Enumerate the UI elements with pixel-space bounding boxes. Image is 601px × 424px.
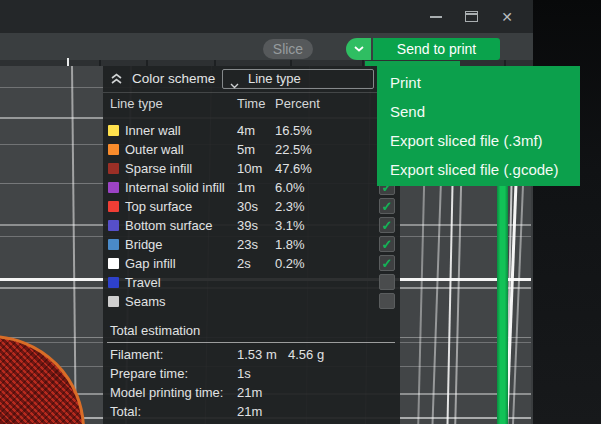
line-type-time: 23s xyxy=(237,235,258,254)
line-type-percent: 0.2% xyxy=(275,254,305,273)
line-type-color-swatch xyxy=(108,258,119,269)
total-estimation-rows: Filament:1.53 m4.56 gPrepare time:1sMode… xyxy=(103,345,400,421)
panel-header: Color scheme Line type xyxy=(103,66,400,93)
line-type-time: 4m xyxy=(237,121,255,140)
grid-line xyxy=(71,66,77,424)
line-type-row: Travel xyxy=(103,273,400,292)
close-icon: ✕ xyxy=(501,10,513,24)
line-type-color-swatch xyxy=(108,220,119,231)
total-row-label: Filament: xyxy=(110,345,163,364)
line-type-row: Inner wall4m16.5% xyxy=(103,121,400,140)
col-time: Time xyxy=(237,96,265,111)
line-type-percent: 1.8% xyxy=(275,235,305,254)
visibility-checkbox-travel[interactable] xyxy=(379,274,395,290)
line-type-percent: 22.5% xyxy=(275,140,312,159)
line-type-label: Bottom surface xyxy=(125,216,212,235)
send-to-print-dropdown-menu: PrintSendExport sliced file (.3mf)Export… xyxy=(377,66,580,186)
chevron-down-icon xyxy=(354,46,364,52)
line-type-time: 30s xyxy=(237,197,258,216)
line-type-percent: 2.3% xyxy=(275,197,305,216)
table-header: Line type Time Percent xyxy=(103,96,400,116)
visibility-checkbox-bridge[interactable]: ✓ xyxy=(379,236,395,252)
visibility-checkbox-top-surface[interactable]: ✓ xyxy=(379,198,395,214)
total-row: Model printing time:21m xyxy=(103,383,400,402)
menu-item-send[interactable]: Send xyxy=(377,97,580,126)
line-type-time: 10m xyxy=(237,159,262,178)
window-maximize-button[interactable] xyxy=(456,0,486,33)
total-row: Prepare time:1s xyxy=(103,364,400,383)
line-type-time: 1m xyxy=(237,178,255,197)
line-type-row: Bottom surface39s3.1% xyxy=(103,216,400,235)
col-percent: Percent xyxy=(275,96,320,111)
collapse-panel-icon[interactable] xyxy=(110,73,123,88)
line-type-label: Gap infill xyxy=(125,254,176,273)
chevron-down-icon xyxy=(230,77,239,92)
col-line-type: Line type xyxy=(110,96,163,111)
window-close-button[interactable]: ✕ xyxy=(492,0,522,33)
line-type-color-swatch xyxy=(108,296,119,307)
view-type-dropdown[interactable]: Line type xyxy=(222,69,374,89)
check-icon: ✓ xyxy=(382,257,393,270)
visibility-checkbox-gap-infill[interactable]: ✓ xyxy=(379,255,395,271)
send-to-print-button[interactable]: Send to print xyxy=(373,38,500,60)
sliced-model-preview[interactable] xyxy=(0,335,85,424)
line-type-label: Sparse infill xyxy=(125,159,192,178)
segment-divider xyxy=(214,60,216,66)
line-type-percent: 47.6% xyxy=(275,159,312,178)
app-window: Color scheme Line type Line type Time Pe… xyxy=(0,0,601,424)
window-minimize-button[interactable] xyxy=(421,0,451,33)
line-type-row: Outer wall5m22.5% xyxy=(103,140,400,159)
line-type-color-swatch xyxy=(108,277,119,288)
total-row-value: 1.53 m xyxy=(237,345,277,364)
line-type-label: Bridge xyxy=(125,235,163,254)
line-type-color-swatch xyxy=(108,163,119,174)
check-icon: ✓ xyxy=(382,238,393,251)
segment-divider xyxy=(290,60,292,66)
line-type-rows: Inner wall4m16.5%Outer wall5m22.5%Sparse… xyxy=(103,121,400,311)
top-toolbar: Slice Send to print xyxy=(0,33,533,60)
visibility-checkbox-seams[interactable] xyxy=(379,293,395,309)
separator xyxy=(107,342,395,343)
line-type-label: Travel xyxy=(125,273,161,292)
line-type-row: Seams xyxy=(103,292,400,311)
total-row-label: Total: xyxy=(110,402,141,421)
line-type-label: Inner wall xyxy=(125,121,181,140)
menu-item-print[interactable]: Print xyxy=(377,68,580,97)
minimize-icon xyxy=(430,16,442,18)
total-row: Filament:1.53 m4.56 g xyxy=(103,345,400,364)
segment-divider xyxy=(362,60,364,66)
line-type-row: Internal solid infill1m6.0% xyxy=(103,178,400,197)
line-type-color-swatch xyxy=(108,201,119,212)
maximize-icon xyxy=(465,11,478,22)
line-type-row: Top surface30s2.3% xyxy=(103,197,400,216)
check-icon: ✓ xyxy=(382,219,393,232)
line-type-row: Gap infill2s0.2% xyxy=(103,254,400,273)
line-type-percent: 3.1% xyxy=(275,216,305,235)
total-estimation-title: Total estimation xyxy=(110,321,200,340)
check-icon: ✓ xyxy=(382,200,393,213)
line-type-color-swatch xyxy=(108,182,119,193)
line-type-percent: 6.0% xyxy=(275,178,305,197)
line-type-time: 39s xyxy=(237,216,258,235)
segment-divider xyxy=(99,60,101,66)
menu-item-export-sliced-file-3mf[interactable]: Export sliced file (.3mf) xyxy=(377,126,580,155)
menu-item-export-sliced-file-gcode[interactable]: Export sliced file (.gcode) xyxy=(377,155,580,184)
line-type-percent: 16.5% xyxy=(275,121,312,140)
total-row-value: 21m xyxy=(237,383,262,402)
desktop-background xyxy=(533,0,601,424)
title-bar: ✕ xyxy=(0,0,533,33)
visibility-checkbox-bottom-surface[interactable]: ✓ xyxy=(379,217,395,233)
color-scheme-panel: Color scheme Line type Line type Time Pe… xyxy=(103,66,400,424)
line-type-row: Bridge23s1.8% xyxy=(103,235,400,254)
total-row-label: Prepare time: xyxy=(110,364,188,383)
line-type-color-swatch xyxy=(108,125,119,136)
segment-tick xyxy=(67,58,69,66)
slice-button[interactable]: Slice xyxy=(263,39,313,59)
total-row-value: 1s xyxy=(237,364,251,383)
send-options-chevron-button[interactable] xyxy=(346,38,371,60)
line-type-color-swatch xyxy=(108,144,119,155)
line-type-time: 5m xyxy=(237,140,255,159)
panel-title: Color scheme xyxy=(132,66,215,92)
total-row-value: 4.56 g xyxy=(288,345,324,364)
line-type-label: Internal solid infill xyxy=(125,178,225,197)
